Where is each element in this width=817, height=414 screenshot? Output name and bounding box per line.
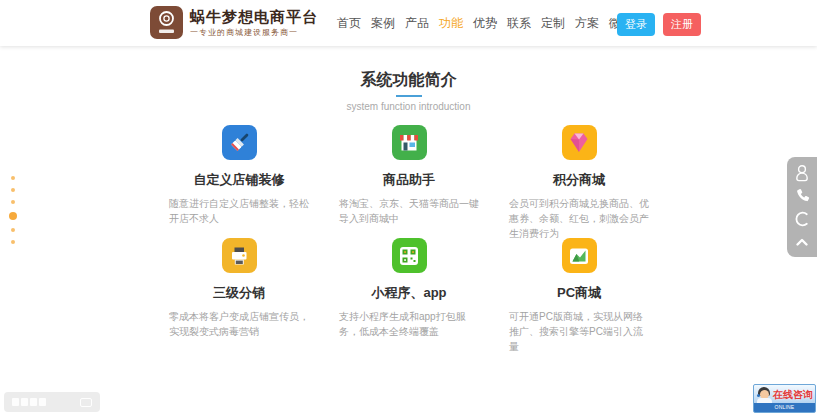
feature-card-product-assistant: 商品助手 将淘宝、京东、天猫等商品一键导入到商城中 <box>339 125 479 238</box>
side-toolbar <box>787 157 817 257</box>
diamond-icon <box>562 125 597 160</box>
pager-dot[interactable] <box>11 200 15 204</box>
back-to-top-icon[interactable] <box>791 231 813 253</box>
bottom-left-overlay <box>4 392 100 412</box>
feature-card-distribution: 三级分销 零成本将客户变成店铺宣传员，实现裂变式病毒营销 <box>169 238 309 351</box>
pager-dot[interactable] <box>11 240 15 244</box>
site-title: 蜗牛梦想电商平台 <box>190 8 318 25</box>
nav-item-cases[interactable]: 案例 <box>371 15 395 32</box>
refresh-icon[interactable] <box>791 208 813 230</box>
features-grid: 自定义店铺装修 随意进行自定义店铺整装，轻松开店不求人 商品助手 将淘宝、京东、… <box>154 125 664 351</box>
site-slogan: 一专业的商城建设服务商一 <box>190 27 318 38</box>
feature-title: 积分商城 <box>509 171 649 189</box>
phone-icon[interactable] <box>791 185 813 207</box>
section-header: 系统功能简介 system function introduction <box>0 70 817 112</box>
feature-desc: 可开通PC版商城，实现从网络推广、搜索引擎等PC端引入流量 <box>509 309 649 354</box>
nav-item-features[interactable]: 功能 <box>439 15 463 32</box>
qr-code-icon <box>392 238 427 273</box>
consult-subtitle: ONLINE CONSULTATION <box>754 403 815 412</box>
snail-logo-icon <box>150 6 183 39</box>
feature-card-miniprogram-app: 小程序、app 支持小程序生成和app打包服务，低成本全终端覆盖 <box>339 238 479 351</box>
nav-item-home[interactable]: 首页 <box>337 15 361 32</box>
feature-card-pc-mall: PC商城 可开通PC版商城，实现从网络推广、搜索引擎等PC端引入流量 <box>509 238 649 351</box>
feature-desc: 会员可到积分商城兑换商品、优惠券、余额、红包，刺激会员产生消费行为 <box>509 196 649 241</box>
section-title: 系统功能简介 <box>0 70 817 91</box>
online-consult-widget[interactable]: 在线咨询 ONLINE CONSULTATION <box>753 384 816 413</box>
feature-card-shop-decoration: 自定义店铺装修 随意进行自定义店铺整装，轻松开店不求人 <box>169 125 309 238</box>
register-button[interactable]: 注册 <box>663 13 701 36</box>
auth-buttons: 登录 注册 <box>617 13 701 36</box>
login-button[interactable]: 登录 <box>617 13 655 36</box>
feature-desc: 零成本将客户变成店铺宣传员，实现裂变式病毒营销 <box>169 309 309 339</box>
feature-title: 小程序、app <box>339 284 479 302</box>
storefront-icon <box>392 125 427 160</box>
section-pager-dots <box>8 176 18 244</box>
pager-dot[interactable] <box>11 176 15 180</box>
nav-item-advantages[interactable]: 优势 <box>473 15 497 32</box>
consult-title: 在线咨询 <box>773 388 813 402</box>
feature-desc: 随意进行自定义店铺整装，轻松开店不求人 <box>169 196 309 226</box>
feature-desc: 将淘宝、京东、天猫等商品一键导入到商城中 <box>339 196 479 226</box>
feature-title: 自定义店铺装修 <box>169 171 309 189</box>
qq-icon[interactable] <box>791 162 813 184</box>
pager-dot[interactable] <box>11 228 15 232</box>
title-underline <box>396 95 422 97</box>
top-navbar: 蜗牛梦想电商平台 一专业的商城建设服务商一 首页 案例 产品 功能 优势 联系 … <box>0 0 817 46</box>
bar-chart-icon <box>562 238 597 273</box>
mini-player-icon[interactable] <box>80 398 92 407</box>
feature-card-points-mall: 积分商城 会员可到积分商城兑换商品、优惠券、余额、红包，刺激会员产生消费行为 <box>509 125 649 238</box>
feature-title: 商品助手 <box>339 171 479 189</box>
logo[interactable]: 蜗牛梦想电商平台 一专业的商城建设服务商一 <box>150 6 318 39</box>
main-nav: 首页 案例 产品 功能 优势 联系 定制 方案 微营销 <box>337 0 645 46</box>
paint-brush-icon <box>222 125 257 160</box>
cash-printer-icon <box>222 238 257 273</box>
nav-item-solutions[interactable]: 方案 <box>575 15 599 32</box>
pager-dot-active[interactable] <box>9 212 17 220</box>
nav-item-contact[interactable]: 联系 <box>507 15 531 32</box>
feature-title: PC商城 <box>509 284 649 302</box>
nav-item-products[interactable]: 产品 <box>405 15 429 32</box>
pager-dot[interactable] <box>11 188 15 192</box>
nav-item-customization[interactable]: 定制 <box>541 15 565 32</box>
feature-desc: 支持小程序生成和app打包服务，低成本全终端覆盖 <box>339 309 479 339</box>
feature-title: 三级分销 <box>169 284 309 302</box>
faint-text-placeholder <box>12 398 46 406</box>
section-subtitle: system function introduction <box>0 101 817 112</box>
